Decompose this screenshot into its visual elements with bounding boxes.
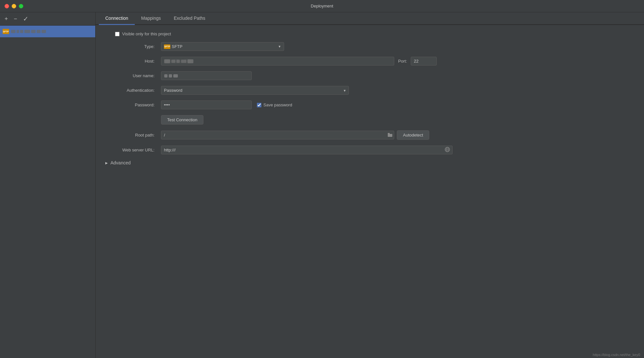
advanced-label: Advanced — [110, 160, 131, 165]
username-row: User name: — [105, 71, 634, 80]
auth-row: Authentication: Password Key pair OpenSS… — [105, 86, 634, 95]
root-path-input[interactable] — [161, 131, 394, 139]
web-server-url-input[interactable] — [161, 146, 453, 154]
minimize-button[interactable] — [12, 4, 16, 8]
root-path-folder-icon[interactable] — [388, 133, 392, 138]
traffic-lights — [5, 4, 23, 8]
tab-mappings[interactable]: Mappings — [135, 12, 167, 25]
username-label: User name: — [105, 73, 157, 78]
svg-rect-0 — [388, 134, 392, 137]
visible-only-checkbox[interactable] — [115, 32, 120, 36]
test-connection-row: Test Connection — [105, 115, 634, 125]
main-layout: + − ✓ SFTP Connection — [0, 12, 644, 358]
sftp-icon: SFTP — [3, 29, 9, 34]
maximize-button[interactable] — [19, 4, 23, 8]
root-path-label: Root path: — [105, 133, 157, 137]
svg-rect-1 — [388, 133, 390, 134]
auth-select-wrapper: Password Key pair OpenSSH config and aut… — [161, 86, 349, 95]
tab-connection[interactable]: Connection — [99, 12, 135, 25]
content-area: Connection Mappings Excluded Paths Visib… — [96, 12, 644, 358]
subtract-server-button[interactable]: − — [13, 15, 19, 22]
type-select[interactable]: SFTP SFTP — [161, 42, 284, 51]
save-password-checkbox[interactable] — [257, 103, 261, 107]
port-input[interactable] — [411, 57, 437, 66]
port-row: Port: — [398, 57, 437, 66]
type-label: Type: — [105, 44, 157, 49]
password-row: Password: Save password — [105, 101, 634, 109]
root-path-controls: Autodetect — [161, 130, 429, 140]
tab-bar: Connection Mappings Excluded Paths — [96, 12, 644, 25]
visible-only-label: Visible only for this project — [122, 31, 171, 36]
autodetect-button[interactable]: Autodetect — [397, 130, 429, 140]
status-bar: https://blog.csdn.net/the_key0 — [589, 352, 644, 358]
type-row: Type: SFTP SFTP — [105, 42, 634, 51]
web-server-url-row: Web server URL: — [105, 146, 634, 154]
visible-only-row: Visible only for this project — [105, 31, 634, 36]
window-title: Deployment — [311, 4, 333, 8]
tab-excluded-paths[interactable]: Excluded Paths — [167, 12, 212, 25]
add-server-button[interactable]: + — [3, 15, 9, 22]
host-label: Host: — [105, 59, 157, 64]
sidebar-item-sftp[interactable]: SFTP — [0, 26, 95, 37]
auth-select[interactable]: Password Key pair OpenSSH config and aut… — [161, 86, 349, 95]
form-area: Visible only for this project Type: SFTP… — [96, 25, 644, 358]
host-input[interactable] — [161, 57, 394, 66]
web-server-url-label: Web server URL: — [105, 148, 157, 152]
type-select-value: SFTP — [172, 44, 182, 49]
save-password-label: Save password — [263, 102, 292, 107]
password-controls: Save password — [161, 101, 292, 109]
sftp-type-icon: SFTP — [164, 44, 170, 49]
password-input[interactable] — [161, 101, 252, 109]
auth-label: Authentication: — [105, 88, 157, 93]
sidebar: + − ✓ SFTP — [0, 12, 96, 358]
advanced-section[interactable]: ▶ Advanced — [105, 160, 634, 165]
web-url-wrapper — [161, 146, 453, 154]
globe-icon[interactable] — [445, 147, 450, 153]
root-path-input-wrapper — [161, 131, 394, 139]
title-bar: Deployment — [0, 0, 644, 12]
advanced-arrow-icon: ▶ — [105, 161, 108, 165]
test-connection-button[interactable]: Test Connection — [161, 115, 203, 125]
confirm-button[interactable]: ✓ — [22, 15, 30, 23]
root-path-row: Root path: Autodetect — [105, 130, 634, 140]
host-row: Host: — [105, 57, 634, 66]
port-label: Port: — [398, 59, 407, 64]
password-label: Password: — [105, 102, 157, 107]
save-password-row: Save password — [257, 102, 292, 107]
sidebar-toolbar: + − ✓ — [0, 12, 95, 26]
close-button[interactable] — [5, 4, 9, 8]
status-url: https://blog.csdn.net/the_key0 — [593, 353, 640, 357]
username-input[interactable] — [161, 71, 252, 80]
